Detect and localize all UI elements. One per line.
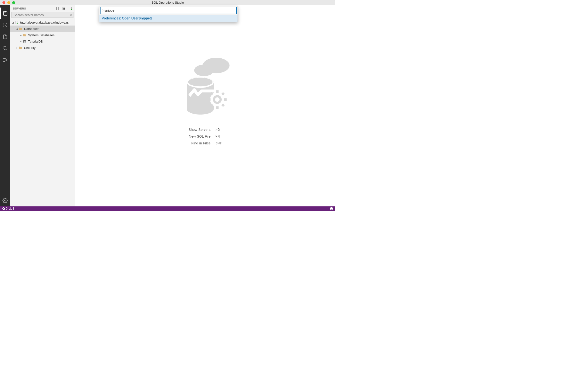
chevron-down-icon[interactable]: ◢ [15,28,19,30]
hint-keybinding: ⇧⌘F [213,140,224,147]
server-icon [15,20,19,24]
activity-tasks-icon[interactable] [0,19,10,31]
status-errors-count: 0 [6,207,8,210]
svg-line-32 [222,93,224,95]
svg-point-35 [331,208,331,208]
editor-area: Preferences: Open User Snippets [75,5,335,206]
sidebar-title: SERVERS [12,7,26,10]
hint-keybinding: ⌘N [213,133,224,140]
window-close-button[interactable] [2,1,5,4]
app-logo-icon [177,56,233,119]
svg-point-8 [4,200,6,201]
svg-point-24 [215,97,220,102]
show-active-connections-icon[interactable] [69,7,73,10]
svg-point-15 [17,23,18,24]
tree-node-label: TutorialDB [28,40,43,43]
title-bar: SQL Operations Studio [0,0,335,5]
hint-row: Show Servers ⌘G [186,126,224,133]
activity-servers-icon[interactable] [0,8,10,19]
activity-bar [0,5,10,206]
error-icon [2,207,5,210]
chevron-down-icon[interactable]: ◢ [11,21,15,24]
svg-line-29 [211,93,212,95]
svg-point-16 [23,40,26,41]
tree-node-label: tutorialserver.database.windows.n... [20,21,71,24]
svg-point-36 [332,208,332,208]
new-connection-icon[interactable] [56,7,60,10]
cp-item-prefix: Preferences: Open User [102,16,138,20]
window-minimize-button[interactable] [7,1,10,4]
svg-rect-11 [63,8,65,10]
status-bar: 0 1 [0,206,335,211]
hint-keybinding: ⌘G [213,126,224,133]
svg-line-30 [222,104,224,106]
new-server-group-icon[interactable] [62,7,66,10]
tree-tutorialdb-node[interactable]: ▸ TutorialDB [10,38,75,44]
command-palette-item[interactable]: Preferences: Open User Snippets [99,15,238,22]
svg-line-4 [6,49,7,50]
tree-node-label: Databases [24,27,39,31]
status-feedback-icon[interactable] [330,207,333,210]
hint-label: New SQL File [186,133,213,140]
folder-icon [23,33,27,37]
hint-label: Find in Files [186,140,213,147]
svg-point-13 [71,9,72,10]
svg-line-31 [211,104,212,106]
command-palette-input[interactable] [100,7,237,14]
database-icon [23,39,27,43]
hint-row: Find in Files ⇧⌘F [186,140,224,147]
hint-row: New SQL File ⌘N [186,133,224,140]
activity-search-icon[interactable] [0,42,10,54]
command-palette: Preferences: Open User Snippets [99,6,238,22]
window-title: SQL Operations Studio [151,1,184,4]
svg-point-5 [3,58,5,59]
folder-icon [19,27,23,31]
svg-point-18 [194,64,214,76]
tree-node-label: System Databases [28,33,54,37]
clear-search-icon[interactable]: × [70,13,72,17]
svg-point-7 [6,60,7,61]
activity-settings-icon[interactable] [0,195,10,206]
tree-system-databases-node[interactable]: ▸ System Databases [10,32,75,38]
window-maximize-button[interactable] [12,1,15,4]
search-servers-input[interactable] [11,12,74,18]
svg-point-3 [3,46,6,50]
status-errors[interactable]: 0 [2,207,8,210]
chevron-right-icon[interactable]: ▸ [19,34,23,37]
status-warnings-count: 1 [13,207,14,210]
folder-icon [19,46,23,50]
warning-icon [9,207,12,210]
svg-point-6 [3,61,5,62]
cp-item-match: Snippe [138,16,150,20]
svg-rect-9 [56,7,59,10]
cp-item-suffix: ts [150,16,153,20]
activity-explorer-icon[interactable] [0,31,10,42]
chevron-right-icon[interactable]: ▸ [15,46,19,49]
svg-rect-1 [4,11,6,12]
tree-server-node[interactable]: ◢ tutorialserver.database.windows.n... [10,19,75,26]
status-warnings[interactable]: 1 [9,207,14,210]
svg-point-21 [188,78,212,86]
tree-node-label: Security [24,46,36,50]
sidebar: SERVERS × ◢ [10,5,75,206]
tree-security-node[interactable]: ▸ Security [10,44,75,51]
tree-databases-node[interactable]: ◢ Databases [10,26,75,32]
chevron-right-icon[interactable]: ▸ [19,40,23,43]
welcome-view: Show Servers ⌘G New SQL File ⌘N Find in … [144,56,266,147]
server-tree: ◢ tutorialserver.database.windows.n... ◢… [10,19,75,206]
hint-label: Show Servers [186,126,213,133]
activity-source-control-icon[interactable] [0,54,10,66]
svg-point-34 [330,207,333,210]
